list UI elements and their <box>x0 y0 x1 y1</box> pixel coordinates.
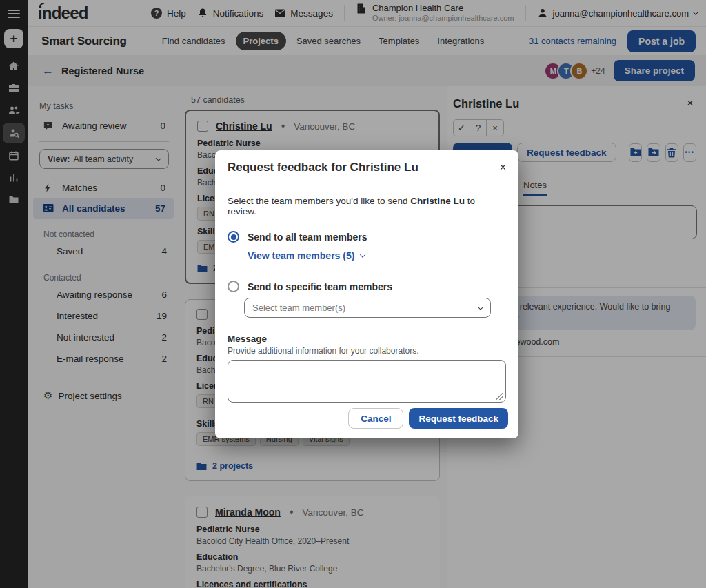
cancel-button[interactable]: Cancel <box>348 408 403 429</box>
option-send-to-specific[interactable]: Send to specific team members <box>228 281 506 292</box>
radio-selected-icon[interactable] <box>228 231 239 243</box>
close-icon[interactable]: × <box>500 162 506 173</box>
message-textarea[interactable] <box>228 360 506 403</box>
app-window: + indeed ? Help Notifications Message <box>0 0 706 588</box>
option-send-to-all[interactable]: Send to all team members <box>228 231 506 243</box>
radio-unselected-icon[interactable] <box>228 281 239 292</box>
modal-intro: Select the team members you'd like to se… <box>228 196 506 216</box>
request-feedback-submit-button[interactable]: Request feedback <box>409 408 508 429</box>
message-label: Message <box>228 334 506 344</box>
team-member-select[interactable]: Select team member(s) <box>244 298 491 318</box>
message-helper-text: Provide additional information for your … <box>228 346 506 356</box>
modal-title: Request feedback for Christine Lu <box>228 161 418 174</box>
view-team-members-link[interactable]: View team members (5) <box>248 250 506 261</box>
chevron-down-icon <box>478 304 483 310</box>
chevron-down-icon <box>360 252 365 257</box>
select-placeholder: Select team member(s) <box>252 303 345 313</box>
request-feedback-modal: Request feedback for Christine Lu × Sele… <box>215 150 518 438</box>
